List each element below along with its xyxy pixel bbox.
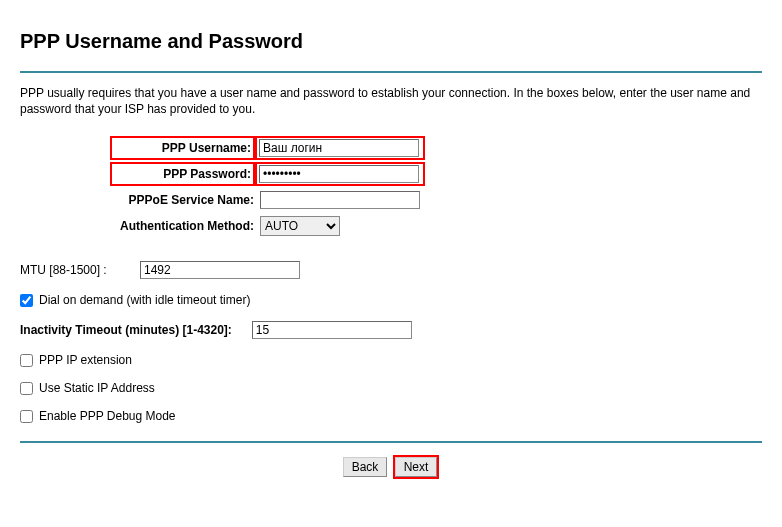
mtu-label: MTU [88-1500] : <box>20 263 140 277</box>
ppp-ip-ext-row: PPP IP extension <box>20 353 762 367</box>
form-area: PPP Username: PPP Password: PPPoE Servic… <box>20 135 762 423</box>
options-block: PPP IP extension Use Static IP Address E… <box>20 353 762 423</box>
service-input[interactable] <box>260 191 420 209</box>
dial-on-demand-label: Dial on demand (with idle timeout timer) <box>39 293 250 307</box>
static-ip-checkbox[interactable] <box>20 382 33 395</box>
back-button[interactable]: Back <box>343 457 388 477</box>
username-row: PPP Username: <box>110 135 762 161</box>
dial-on-demand-row: Dial on demand (with idle timeout timer) <box>20 293 762 307</box>
username-input[interactable] <box>259 139 419 157</box>
ppp-ip-ext-label: PPP IP extension <box>39 353 132 367</box>
credentials-group: PPP Username: PPP Password: PPPoE Servic… <box>110 135 762 239</box>
inactivity-input[interactable] <box>252 321 412 339</box>
intro-text: PPP usually requires that you have a use… <box>20 85 762 117</box>
next-button-highlight: Next <box>393 455 440 479</box>
static-ip-row: Use Static IP Address <box>20 381 762 395</box>
inactivity-row: Inactivity Timeout (minutes) [1-4320]: <box>20 321 762 339</box>
username-label-highlight: PPP Username: <box>110 136 255 160</box>
divider-bottom <box>20 441 762 443</box>
auth-select[interactable]: AUTO <box>260 216 340 236</box>
password-input[interactable] <box>259 165 419 183</box>
ppp-ip-ext-checkbox[interactable] <box>20 354 33 367</box>
debug-label: Enable PPP Debug Mode <box>39 409 176 423</box>
service-label: PPPoE Service Name: <box>110 193 260 207</box>
mtu-input[interactable] <box>140 261 300 279</box>
divider-top <box>20 71 762 73</box>
dial-on-demand-checkbox[interactable] <box>20 294 33 307</box>
username-label: PPP Username: <box>162 141 251 155</box>
service-row: PPPoE Service Name: <box>110 187 762 213</box>
mtu-row: MTU [88-1500] : <box>20 261 762 279</box>
button-row: Back Next <box>20 455 762 479</box>
password-row: PPP Password: <box>110 161 762 187</box>
debug-row: Enable PPP Debug Mode <box>20 409 762 423</box>
page-title: PPP Username and Password <box>20 30 762 53</box>
next-button[interactable]: Next <box>395 457 438 477</box>
password-label-highlight: PPP Password: <box>110 162 255 186</box>
auth-row: Authentication Method: AUTO <box>110 213 762 239</box>
debug-checkbox[interactable] <box>20 410 33 423</box>
auth-label: Authentication Method: <box>110 219 260 233</box>
password-label: PPP Password: <box>163 167 251 181</box>
username-input-highlight <box>255 136 425 160</box>
password-input-highlight <box>255 162 425 186</box>
static-ip-label: Use Static IP Address <box>39 381 155 395</box>
inactivity-label: Inactivity Timeout (minutes) [1-4320]: <box>20 323 252 337</box>
